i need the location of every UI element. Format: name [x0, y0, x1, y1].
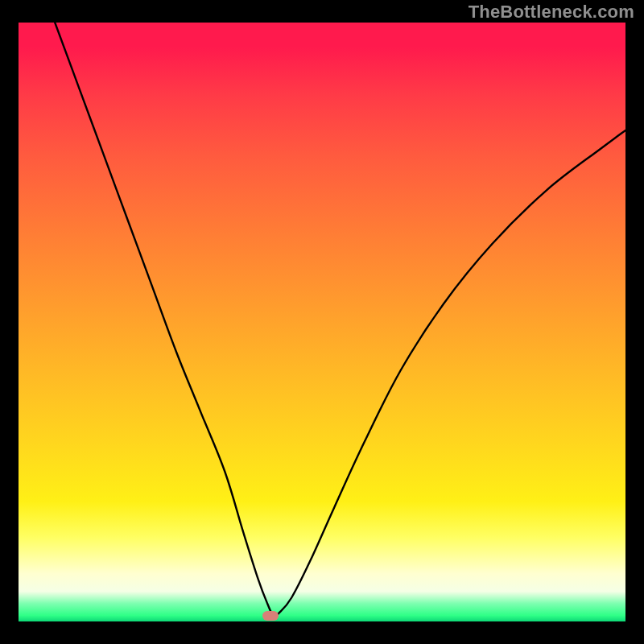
bottleneck-curve: [19, 23, 625, 621]
plot-area: [19, 23, 625, 621]
watermark-text: TheBottleneck.com: [469, 2, 634, 23]
chart-frame: TheBottleneck.com: [0, 0, 644, 644]
minimum-marker: [262, 611, 279, 621]
